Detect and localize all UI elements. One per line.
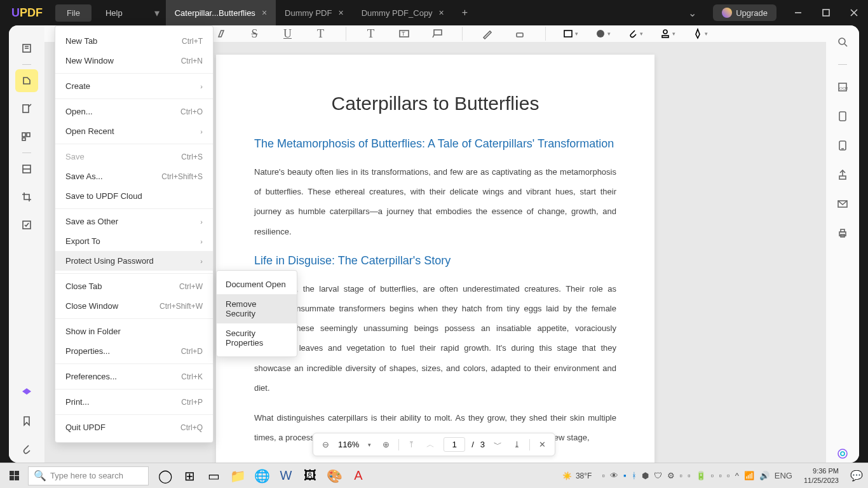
tab-dummy-copy[interactable]: Dummy PDF_Copy ×	[353, 0, 453, 25]
notification-icon[interactable]: 💬	[845, 470, 868, 482]
bookmark-icon[interactable]	[15, 409, 38, 432]
chevron-up-icon[interactable]: ^	[734, 471, 740, 480]
callout-icon[interactable]	[429, 25, 445, 42]
comment-tool-icon[interactable]	[15, 69, 38, 92]
menu-export[interactable]: Export To›	[55, 231, 213, 251]
tray-icon[interactable]: ▫	[710, 471, 715, 480]
compress-icon[interactable]	[834, 107, 851, 125]
menu-save-other[interactable]: Save as Other›	[55, 212, 213, 231]
tab-dummy[interactable]: Dummy PDF ×	[276, 0, 353, 25]
tray-icon[interactable]: ▫	[726, 471, 731, 480]
taskbar-search[interactable]: 🔍 Type here to search	[28, 466, 149, 485]
explorer-icon[interactable]: 📁	[226, 464, 249, 487]
zoom-in-button[interactable]: ⊕	[380, 438, 392, 451]
squiggly-icon[interactable]: T	[313, 25, 329, 42]
tab-active[interactable]: Caterpillar...Butterflies ×	[166, 0, 276, 25]
menu-help[interactable]: Help	[94, 4, 134, 22]
submenu-security-properties[interactable]: Security Properties	[217, 323, 297, 353]
menu-open-recent[interactable]: Open Recent›	[55, 121, 213, 141]
bluetooth-icon[interactable]: ᚼ	[630, 471, 638, 480]
taskbar-app[interactable]: 🖼	[299, 464, 322, 487]
tray-icon[interactable]: ▫	[679, 471, 684, 480]
menu-new-tab[interactable]: New TabCtrl+T	[55, 31, 213, 51]
page-input[interactable]	[444, 437, 465, 452]
tray-icon[interactable]: ⬢	[641, 471, 650, 480]
highlight-icon[interactable]	[214, 25, 230, 42]
minimize-button[interactable]	[784, 0, 812, 25]
maximize-button[interactable]	[812, 0, 840, 25]
zoom-dropdown-icon[interactable]: ▾	[365, 440, 374, 449]
menu-open[interactable]: Open...Ctrl+O	[55, 102, 213, 121]
email-icon[interactable]	[834, 195, 851, 213]
cortana-icon[interactable]: ◯	[154, 464, 177, 487]
fill-sign-icon[interactable]	[15, 214, 38, 236]
sticker-tool[interactable]: ▾	[692, 28, 708, 39]
clock[interactable]: 9:36 PM 11/25/2023	[797, 466, 845, 485]
taskview-icon[interactable]: ⊞	[178, 464, 201, 487]
menu-quit[interactable]: Quit UPDFCtrl+Q	[55, 417, 213, 437]
menu-file[interactable]: File	[55, 4, 92, 22]
tray-icon[interactable]: ⚙	[666, 471, 676, 480]
zoom-out-button[interactable]: ⊖	[320, 438, 332, 451]
textbox-icon[interactable]: T	[396, 25, 412, 42]
last-page-button[interactable]: ⤓	[511, 438, 523, 451]
stamp-tool[interactable]: ▾	[595, 28, 611, 39]
menu-create[interactable]: Create›	[55, 76, 213, 96]
underline-icon[interactable]: U	[280, 25, 296, 42]
submenu-remove-security[interactable]: Remove Security	[217, 294, 297, 323]
next-page-button[interactable]: ﹀	[491, 438, 505, 452]
close-icon[interactable]: ×	[439, 8, 444, 18]
organize-icon[interactable]	[15, 125, 38, 148]
menu-preferences[interactable]: Preferences...Ctrl+K	[55, 367, 213, 386]
tray-icon[interactable]: ▪	[622, 471, 628, 480]
close-button[interactable]	[840, 0, 868, 25]
chrome-icon[interactable]: 🌐	[250, 464, 273, 487]
print-icon[interactable]	[834, 224, 851, 242]
ai-icon[interactable]	[834, 445, 851, 463]
close-icon[interactable]: ×	[262, 8, 267, 18]
taskbar-app[interactable]: ▭	[202, 464, 225, 487]
tray-icon[interactable]: 🔋	[695, 471, 707, 480]
tray-icon[interactable]: 🛡	[653, 471, 663, 480]
tray-icon[interactable]: ▫	[717, 471, 723, 480]
eraser-icon[interactable]	[512, 25, 529, 42]
redact-icon[interactable]	[15, 158, 38, 180]
ocr-icon[interactable]: OCR	[834, 78, 851, 96]
strikethrough-icon[interactable]: S	[247, 25, 263, 42]
menu-protect-password[interactable]: Protect Using Password›	[55, 251, 213, 271]
prev-page-button[interactable]: ︿	[424, 438, 437, 452]
taskbar-app[interactable]: 🎨	[323, 464, 346, 487]
menu-show-folder[interactable]: Show in Folder	[55, 322, 213, 341]
crop-icon[interactable]	[15, 186, 38, 208]
volume-icon[interactable]: 🔊	[758, 471, 771, 480]
close-icon[interactable]: ×	[338, 8, 343, 18]
text-icon[interactable]: T	[363, 25, 379, 42]
menu-new-window[interactable]: New WindowCtrl+N	[55, 51, 213, 71]
layers-icon[interactable]	[15, 381, 38, 404]
start-button[interactable]	[0, 463, 28, 488]
menu-properties[interactable]: Properties...Ctrl+D	[55, 341, 213, 361]
menu-close-window[interactable]: Close WindowCtrl+Shift+W	[55, 296, 213, 316]
edit-pdf-icon[interactable]	[15, 97, 38, 120]
weather-widget[interactable]: ☀️ 38°F	[557, 471, 597, 480]
menu-close-tab[interactable]: Close TabCtrl+W	[55, 276, 213, 296]
word-icon[interactable]: W	[275, 464, 297, 487]
upgrade-button[interactable]: Upgrade	[713, 4, 776, 21]
tray-icon[interactable]: 👁	[609, 471, 620, 480]
menu-print[interactable]: Print...Ctrl+P	[55, 392, 213, 412]
menu-save-as[interactable]: Save As...Ctrl+Shift+S	[55, 166, 213, 186]
menu-save-cloud[interactable]: Save to UPDF Cloud	[55, 186, 213, 206]
first-page-button[interactable]: ⤒	[405, 438, 417, 451]
convert-icon[interactable]	[834, 137, 851, 154]
tab-dropdown-icon[interactable]: ▾	[148, 7, 166, 19]
signature-tool[interactable]: ▾	[660, 28, 675, 39]
attachment-icon[interactable]	[15, 437, 38, 460]
chevron-down-icon[interactable]: ⌄	[679, 7, 705, 19]
tray-icon[interactable]: ▫	[686, 471, 692, 480]
share-icon[interactable]	[834, 166, 851, 184]
close-bar-button[interactable]: ✕	[536, 438, 548, 451]
search-icon[interactable]	[834, 33, 851, 51]
tray-icon[interactable]: ▫	[600, 471, 606, 480]
shape-tool[interactable]: ▾	[562, 28, 578, 39]
new-tab-button[interactable]: +	[453, 7, 477, 18]
